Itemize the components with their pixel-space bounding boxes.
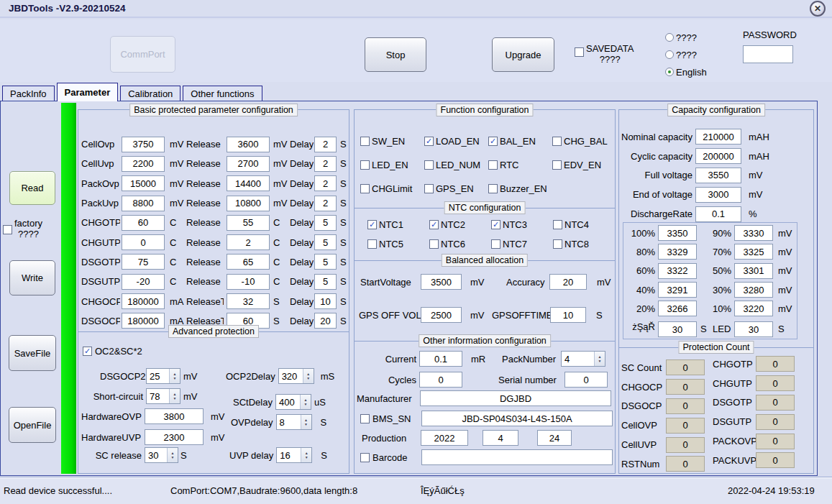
release-value-input[interactable]: 55 [227,215,270,231]
factory-checkbox[interactable] [3,225,12,234]
radio-icon[interactable] [665,68,674,76]
release-value-input[interactable]: 10800 [227,196,270,211]
tab[interactable]: Other functions [183,86,262,101]
read-button[interactable]: Read [9,171,55,205]
param-value-input[interactable]: 180000 [122,293,165,309]
function-checkbox-item[interactable]: GPS_EN [424,177,488,201]
ntc-checkbox-item[interactable]: NTC5 [367,234,429,254]
spinner-arrows[interactable]: ▲▼ [301,415,311,429]
factory-checkbox-group[interactable]: factory ???? [3,218,42,239]
upgrade-button[interactable]: Upgrade [492,37,554,72]
savedata-checkbox[interactable] [575,47,584,57]
radio-icon[interactable] [665,50,674,59]
spinner-arrows[interactable]: ▲▼ [300,395,311,409]
capacity-value-input[interactable]: 3550 [695,168,741,183]
tab[interactable]: Parameter [57,83,119,101]
function-checkbox-item[interactable]: EDV_EN [552,153,616,177]
ntc-checkbox[interactable]: ✓ [367,220,377,229]
spinner-arrows[interactable]: ▲▼ [169,389,180,403]
radio-icon[interactable] [665,33,674,42]
delay-value-input[interactable]: 5 [314,274,337,290]
soc-voltage-input[interactable]: 3330 [734,225,773,241]
ntc-checkbox[interactable] [553,239,562,249]
function-checkbox-item[interactable]: SW_EN [360,129,424,153]
function-checkbox-item[interactable]: LED_NUM [424,153,488,177]
oc2sc2-checkbox-group[interactable]: ✓ OC2&SC*2 [83,346,145,357]
spinner-arrows[interactable]: ▲▼ [169,369,180,383]
capacity-value-input[interactable]: 210000 [695,129,741,145]
param-value-input[interactable]: 180000 [122,313,165,329]
delay-value-input[interactable]: 5 [314,215,337,231]
function-checkbox[interactable]: ✓ [424,137,434,146]
hardware-uvp-input[interactable]: 2300 [145,429,204,445]
soc-voltage-input[interactable]: 3322 [658,263,697,279]
capacity-value-input[interactable]: 0.1 [695,206,741,222]
gps-off-vol-input[interactable]: 2500 [421,307,462,323]
ntc-checkbox-item[interactable]: ✓ NTC1 [367,215,429,234]
function-checkbox[interactable] [488,184,498,193]
function-checkbox[interactable] [488,160,498,170]
write-button[interactable]: Write [9,260,55,295]
close-button[interactable]: ✕ [810,1,826,17]
production-day-input[interactable]: 24 [537,430,572,446]
led-input[interactable]: 30 [734,321,773,337]
ntc-checkbox-item[interactable]: NTC6 [429,234,491,254]
delay-value-input[interactable]: 5 [314,234,337,250]
hardware-ovp-input[interactable]: 3800 [145,408,204,424]
capacity-value-input[interactable]: 200000 [695,148,741,164]
commport-button[interactable]: CommPort [110,36,175,73]
release-value-input[interactable]: 2700 [227,156,270,172]
capacity-last-input[interactable]: 30 [658,321,697,337]
ntc-checkbox-item[interactable]: NTC8 [553,234,615,254]
ntc-checkbox[interactable] [367,239,377,249]
function-checkbox[interactable] [360,184,370,193]
function-checkbox-item[interactable]: ✓ BAL_EN [488,129,552,153]
oc2sc2-checkbox[interactable]: ✓ [83,347,92,356]
start-voltage-input[interactable]: 3500 [421,274,462,290]
release-value-input[interactable]: 32 [227,293,270,309]
dsgocp2-input[interactable]: 25 ▲▼ [146,368,180,384]
spinner-arrows[interactable]: ▲▼ [303,369,314,383]
language-radio-option[interactable]: English [665,63,707,81]
release-value-input[interactable]: 65 [227,254,270,270]
soc-voltage-input[interactable]: 3266 [658,301,697,316]
function-checkbox[interactable] [424,160,434,170]
manufacturer-input[interactable]: DGJBD [420,390,611,406]
ntc-checkbox[interactable]: ✓ [429,220,439,229]
barcode-input[interactable] [421,449,613,465]
openfile-button[interactable]: OpenFile [9,407,56,443]
soc-voltage-input[interactable]: 3325 [734,244,773,260]
function-checkbox-item[interactable]: Buzzer_EN [488,177,552,201]
function-checkbox-item[interactable]: CHG_BAL [552,129,616,153]
sctdelay-input[interactable]: 400 ▲▼ [275,394,311,410]
function-checkbox-item[interactable]: ✓ LOAD_EN [424,129,488,153]
production-month-input[interactable]: 4 [483,430,518,446]
param-value-input[interactable]: 3750 [122,137,165,152]
tab[interactable]: Calibration [120,86,180,101]
function-checkbox[interactable] [424,184,434,193]
stop-button[interactable]: Stop [365,37,426,72]
delay-value-input[interactable]: 2 [314,175,337,191]
release-value-input[interactable]: -10 [227,274,270,290]
ocp2delay-input[interactable]: 320 ▲▼ [278,368,314,384]
function-checkbox[interactable]: ✓ [488,137,498,146]
delay-value-input[interactable]: 2 [314,196,337,211]
param-value-input[interactable]: 75 [122,254,165,270]
soc-voltage-input[interactable]: 3329 [658,244,697,260]
savefile-button[interactable]: SaveFile [9,335,56,371]
soc-voltage-input[interactable]: 3280 [734,282,773,298]
param-value-input[interactable]: 0 [122,234,165,250]
password-input[interactable] [743,45,793,63]
spinner-arrows[interactable]: ▲▼ [301,448,311,462]
pack-number-input[interactable]: 4 ▲▼ [561,351,605,367]
accuracy-input[interactable]: 20 [549,274,587,290]
function-checkbox-item[interactable]: LED_EN [360,153,424,177]
ntc-checkbox[interactable]: ✓ [491,220,500,229]
cycles-input[interactable]: 0 [419,372,462,388]
ntc-checkbox[interactable] [429,239,439,249]
function-checkbox[interactable] [552,160,562,170]
delay-value-input[interactable]: 5 [314,254,337,270]
ntc-checkbox[interactable] [491,239,500,249]
short-circuit-input[interactable]: 78 ▲▼ [146,388,180,404]
delay-value-input[interactable]: 2 [314,156,337,172]
